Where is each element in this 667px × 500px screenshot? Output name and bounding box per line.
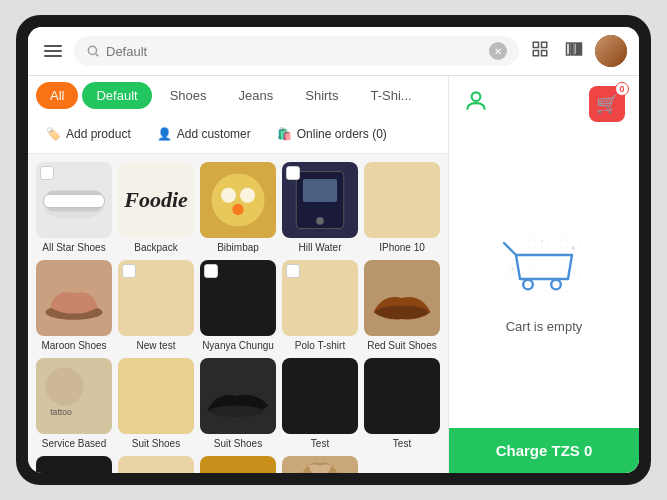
product-label: Maroon Shoes — [41, 340, 106, 352]
svg-rect-8 — [574, 43, 576, 55]
svg-rect-9 — [578, 43, 580, 55]
product-card[interactable]: Suit Shoes — [118, 358, 194, 450]
product-card[interactable]: Foodie Backpack — [118, 162, 194, 254]
product-card[interactable]: Polo T-shirt — [282, 260, 358, 352]
product-card[interactable]: Suit Shoes — [200, 358, 276, 450]
online-orders-label: Online orders (0) — [297, 127, 387, 141]
right-panel: 🛒 0 — [448, 76, 639, 473]
product-card[interactable]: Test — [36, 456, 112, 473]
product-label: Service Based — [42, 438, 106, 450]
charge-button[interactable]: Charge TZS 0 — [449, 428, 639, 473]
svg-point-14 — [211, 173, 264, 226]
svg-rect-6 — [567, 43, 570, 55]
add-product-button[interactable]: 🏷️ Add product — [38, 123, 139, 145]
product-card-empty — [364, 456, 440, 473]
tab-default[interactable]: Default — [82, 82, 151, 109]
tablet-frame: ✕ — [16, 15, 651, 485]
product-card[interactable]: Bibimbap — [200, 162, 276, 254]
product-label: Nyanya Chungu — [202, 340, 274, 352]
tab-all[interactable]: All — [36, 82, 78, 109]
svg-point-17 — [232, 204, 243, 215]
product-label: IPhone 10 — [379, 242, 425, 254]
cart-count-badge: 0 — [615, 82, 629, 96]
grid-view-button[interactable] — [527, 36, 553, 66]
screen: ✕ — [28, 27, 639, 473]
product-label: All Star Shoes — [42, 242, 105, 254]
main-content: All Default Shoes Jeans Shirts T-Shi... … — [28, 76, 639, 473]
svg-point-25 — [210, 406, 263, 417]
add-customer-button[interactable]: 👤 Add customer — [149, 123, 259, 145]
action-bar: 🏷️ Add product 👤 Add customer 🛍️ Online … — [28, 115, 448, 154]
svg-point-20 — [316, 217, 324, 225]
tab-jeans[interactable]: Jeans — [225, 82, 288, 109]
product-card[interactable]: tattoo Service Based — [36, 358, 112, 450]
product-checkbox[interactable] — [204, 264, 218, 278]
svg-text:tattoo: tattoo — [50, 407, 72, 417]
barcode-button[interactable] — [561, 36, 587, 66]
tab-tshirts[interactable]: T-Shi... — [356, 82, 425, 109]
header-icons — [527, 35, 627, 67]
product-card[interactable]: Timberland Boo... — [200, 456, 276, 473]
online-orders-button[interactable]: 🛍️ Online orders (0) — [269, 123, 395, 145]
product-image-text: Foodie — [118, 162, 194, 238]
svg-point-22 — [375, 306, 428, 319]
search-input[interactable] — [106, 44, 483, 59]
product-card[interactable]: Maroon Shoes — [36, 260, 112, 352]
avatar[interactable] — [595, 35, 627, 67]
add-customer-icon: 👤 — [157, 127, 172, 141]
product-card[interactable]: Red Suit Shoes — [364, 260, 440, 352]
product-label: Suit Shoes — [132, 438, 180, 450]
left-panel: All Default Shoes Jeans Shirts T-Shi... … — [28, 76, 448, 473]
product-checkbox[interactable] — [40, 166, 54, 180]
product-label: Hill Water — [299, 242, 342, 254]
product-label: Suit Shoes — [214, 438, 262, 450]
header: ✕ — [28, 27, 639, 76]
product-card[interactable]: Test — [282, 358, 358, 450]
svg-point-0 — [88, 46, 96, 54]
svg-text:✦: ✦ — [570, 244, 577, 253]
tab-shirts[interactable]: Shirts — [291, 82, 352, 109]
product-label: Red Suit Shoes — [367, 340, 437, 352]
tab-shoes[interactable]: Shoes — [156, 82, 221, 109]
menu-icon[interactable] — [40, 41, 66, 61]
cart-badge-button[interactable]: 🛒 0 — [589, 86, 625, 122]
product-checkbox[interactable] — [286, 264, 300, 278]
svg-rect-19 — [303, 179, 337, 202]
product-card[interactable]: New test — [118, 260, 194, 352]
product-card[interactable]: Test — [364, 358, 440, 450]
svg-point-27 — [472, 92, 481, 101]
search-icon — [86, 44, 100, 58]
product-card[interactable]: Woman Coat — [282, 456, 358, 473]
product-card[interactable]: Hill Water — [282, 162, 358, 254]
svg-point-16 — [240, 188, 255, 203]
svg-text:✦: ✦ — [510, 265, 515, 272]
product-label: Test — [393, 438, 411, 450]
svg-rect-5 — [542, 51, 547, 56]
svg-rect-3 — [542, 42, 547, 47]
product-card[interactable]: Nyanya Chungu — [200, 260, 276, 352]
user-icon-button[interactable] — [463, 88, 489, 120]
product-label: Polo T-shirt — [295, 340, 345, 352]
product-checkbox[interactable] — [122, 264, 136, 278]
add-product-label: Add product — [66, 127, 131, 141]
search-bar[interactable]: ✕ — [74, 36, 519, 66]
search-clear-button[interactable]: ✕ — [489, 42, 507, 60]
cart-empty-text: Cart is empty — [506, 319, 583, 334]
product-card[interactable]: Test test — [118, 456, 194, 473]
product-checkbox[interactable] — [286, 166, 300, 180]
right-header: 🛒 0 — [449, 76, 639, 132]
product-grid: All Star Shoes Foodie Backpack — [28, 154, 448, 473]
product-label: Backpack — [134, 242, 177, 254]
avatar-image — [595, 35, 627, 67]
cart-empty-area: ✦ ✦ ✦ Cart is empty — [449, 132, 639, 428]
category-tabs: All Default Shoes Jeans Shirts T-Shi... — [28, 76, 448, 115]
product-card[interactable]: IPhone 10 — [364, 162, 440, 254]
product-card[interactable]: All Star Shoes — [36, 162, 112, 254]
svg-rect-4 — [533, 51, 538, 56]
svg-text:✦: ✦ — [540, 239, 544, 244]
svg-point-23 — [46, 368, 84, 406]
add-customer-label: Add customer — [177, 127, 251, 141]
cart-illustration: ✦ ✦ ✦ — [494, 227, 594, 307]
svg-rect-2 — [533, 42, 538, 47]
svg-rect-7 — [571, 43, 573, 55]
